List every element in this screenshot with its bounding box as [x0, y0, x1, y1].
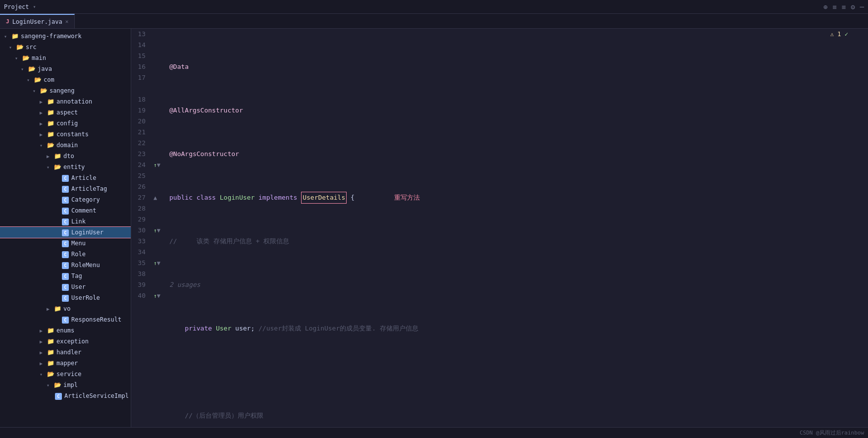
ln-17b: 17 — [131, 83, 150, 94]
g-21 — [153, 127, 164, 138]
sidebar-item-src[interactable]: ▾ 📂 src — [0, 42, 131, 53]
settings-icon[interactable]: ⚙ — [851, 3, 855, 11]
g-18 — [153, 94, 164, 105]
title-bar: Project ▾ ⊕ ≡ ≡ ⚙ ─ — [0, 0, 868, 14]
config-arrow-icon: ▶ — [40, 121, 47, 126]
warning-icon: ⚠ — [830, 31, 834, 38]
annotation-label: annotation — [56, 98, 92, 105]
sidebar-item-articleserviceimpl[interactable]: C ArticleServiceImpl — [0, 390, 131, 401]
sidebar-item-root[interactable]: ▾ 📁 sangeng-framework — [0, 31, 131, 42]
sidebar-item-entity[interactable]: ▾ 📂 entity — [0, 162, 131, 172]
g-30: ↑ ▼ — [153, 225, 164, 236]
sidebar-item-config[interactable]: ▶ 📁 config — [0, 118, 131, 129]
userrole-class-icon: C — [61, 294, 69, 302]
java-file-icon: J — [6, 18, 9, 25]
code-line-18: private User user; //user封装成 LoginUser的成… — [169, 323, 863, 334]
sidebar-item-rolemenu[interactable]: C RoleMenu — [0, 260, 131, 271]
asi-label: ArticleServiceImpl — [64, 392, 129, 399]
mapper-label: mapper — [56, 360, 78, 367]
java-arrow-icon: ▾ — [21, 66, 28, 72]
sidebar-item-mapper[interactable]: ▶ 📁 mapper — [0, 358, 131, 369]
sidebar-item-com[interactable]: ▾ 📂 com — [0, 74, 131, 85]
user-class-icon: C — [61, 283, 69, 291]
sidebar-item-link[interactable]: C Link — [0, 216, 131, 227]
sidebar-item-java[interactable]: ▾ 📂 java — [0, 63, 131, 74]
tab-bar: J LoginUser.java ✕ — [0, 14, 868, 29]
sidebar-item-article[interactable]: C Article — [0, 172, 131, 183]
constants-folder-icon: 📁 — [47, 130, 54, 138]
exception-label: exception — [56, 338, 89, 345]
ln-22: 22 — [131, 138, 150, 149]
handler-label: handler — [56, 349, 82, 356]
java-label: java — [38, 65, 52, 72]
sangeng-arrow-icon: ▾ — [33, 88, 40, 94]
g-34 — [153, 247, 164, 258]
sidebar-item-sangeng[interactable]: ▾ 📂 sangeng — [0, 85, 131, 96]
sidebar-item-role[interactable]: C Role — [0, 249, 131, 260]
impl-arrow-icon: ▾ — [47, 383, 53, 388]
sidebar-item-domain[interactable]: ▾ 📂 domain — [0, 140, 131, 151]
sidebar-item-tag[interactable]: C Tag — [0, 271, 131, 281]
category-label: Category — [71, 196, 100, 203]
root-label: sangeng-framework — [21, 33, 82, 40]
minimize-icon[interactable]: ─ — [860, 3, 864, 11]
aspect-label: aspect — [56, 109, 78, 116]
fold-icon-30[interactable]: ▼ — [157, 227, 160, 234]
sidebar-item-exception[interactable]: ▶ 📁 exception — [0, 336, 131, 347]
list-icon[interactable]: ≡ — [842, 3, 846, 11]
align-icon[interactable]: ≡ — [832, 3, 836, 11]
sidebar-item-menu[interactable]: C Menu — [0, 238, 131, 249]
sidebar-item-responseresult[interactable]: C ResponseResult — [0, 314, 131, 325]
code-line-19 — [169, 367, 863, 378]
dropdown-arrow-icon[interactable]: ▾ — [33, 4, 36, 9]
sidebar-item-handler[interactable]: ▶ 📁 handler — [0, 347, 131, 358]
sidebar-item-service[interactable]: ▾ 📂 service — [0, 369, 131, 380]
sidebar-item-annotation[interactable]: ▶ 📁 annotation — [0, 96, 131, 107]
warning-badge: ⚠ 1 ✓ — [830, 31, 848, 38]
main-folder-icon: 📂 — [22, 54, 30, 62]
sidebar-item-main[interactable]: ▾ 📂 main — [0, 53, 131, 63]
up-icon-24: ↑ — [153, 162, 157, 168]
sidebar-item-user[interactable]: C User — [0, 281, 131, 292]
code-area: 13 14 15 16 17 17 18 19 20 21 22 23 24 2… — [131, 29, 868, 427]
handler-folder-icon: 📁 — [47, 348, 54, 356]
status-bar: CSDN @风雨过后rainbow — [0, 427, 868, 438]
sidebar-item-dto[interactable]: ▶ 📁 dto — [0, 151, 131, 162]
sidebar-item-comment[interactable]: C Comment — [0, 205, 131, 216]
tag-label: Tag — [71, 273, 82, 279]
dto-label: dto — [63, 153, 74, 160]
project-label[interactable]: Project — [4, 3, 29, 10]
sidebar-item-constants[interactable]: ▶ 📁 constants — [0, 129, 131, 140]
ln-15: 15 — [131, 51, 150, 61]
fold-icon-27[interactable]: ▲ — [153, 194, 157, 201]
g-40: ↑ ▼ — [153, 290, 164, 301]
code-line-15: @NoArgsConstructor — [169, 149, 863, 160]
ln-30: 30 — [131, 225, 150, 236]
ln-14: 14 — [131, 40, 150, 51]
sidebar-item-loginuser[interactable]: C LoginUser — [0, 227, 131, 238]
tab-close-button[interactable]: ✕ — [65, 18, 69, 25]
tab-loginuser[interactable]: J LoginUser.java ✕ — [0, 14, 75, 28]
sidebar-item-impl[interactable]: ▾ 📂 impl — [0, 380, 131, 390]
domain-arrow-icon: ▾ — [40, 143, 47, 148]
ln-27: 27 — [131, 192, 150, 203]
aspect-arrow-icon: ▶ — [40, 110, 47, 115]
sidebar-item-category[interactable]: C Category — [0, 194, 131, 205]
sidebar-item-enums[interactable]: ▶ 📁 enums — [0, 325, 131, 336]
ln-39: 39 — [131, 279, 150, 290]
sync-icon[interactable]: ⊕ — [823, 3, 827, 11]
sidebar-item-articletag[interactable]: C ArticleTag — [0, 183, 131, 194]
ln-19: 19 — [131, 105, 150, 116]
impl-folder-icon: 📂 — [53, 381, 61, 389]
fold-icon-35[interactable]: ▼ — [157, 260, 160, 267]
sangeng-folder-icon: 📂 — [40, 87, 48, 95]
code-editor[interactable]: ⚠ 1 ✓ 13 14 15 16 17 17 18 19 20 21 22 2… — [131, 29, 868, 427]
sidebar-item-aspect[interactable]: ▶ 📁 aspect — [0, 107, 131, 118]
line-numbers: 13 14 15 16 17 17 18 19 20 21 22 23 24 2… — [131, 29, 153, 427]
sidebar-item-vo[interactable]: ▶ 📁 vo — [0, 303, 131, 314]
up-icon-40: ↑ — [153, 293, 157, 299]
fold-icon-24[interactable]: ▼ — [157, 162, 160, 168]
fold-icon-40[interactable]: ▼ — [157, 292, 160, 299]
sidebar-item-userrole[interactable]: C UserRole — [0, 292, 131, 303]
rolemenu-label: RoleMenu — [71, 262, 100, 269]
